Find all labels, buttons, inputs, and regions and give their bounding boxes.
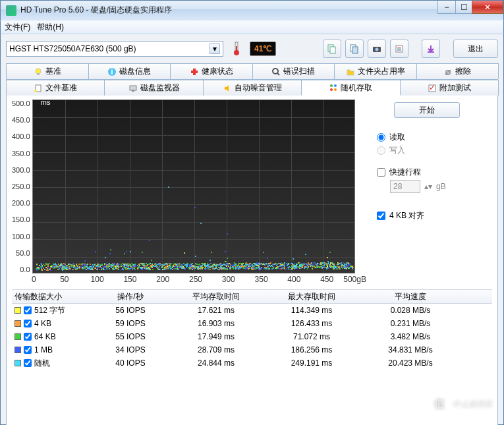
read-radio[interactable]: 读取 — [377, 132, 492, 143]
monitor-icon — [128, 84, 138, 93]
random-icon — [329, 83, 338, 92]
options-button[interactable] — [390, 40, 408, 58]
tabs-row-1: 基准i磁盘信息健康状态错误扫描文件夹占用率擦除 — [6, 63, 498, 80]
tab-health[interactable]: 健康状态 — [170, 63, 253, 79]
table-row: 随机40 IOPS24.844 ms249.191 ms20.423 MB/s — [12, 356, 492, 370]
drive-select[interactable]: HGST HTS725050A7E630 (500 gB) ▾ — [6, 41, 223, 57]
results-header: 传输数据大小操作/秒平均存取时间最大存取时间平均速度 — [12, 289, 492, 304]
svg-text:✓: ✓ — [429, 84, 435, 92]
align-check[interactable]: 4 KB 对齐 — [377, 210, 492, 221]
health-icon — [190, 67, 199, 76]
y-axis-unit: ms — [41, 98, 51, 106]
window-frame: HGST HTS725050A7E630 (500 gB) ▾ 41℃ 退出 基… — [0, 34, 504, 425]
svg-point-31 — [334, 88, 337, 91]
row-checkbox[interactable] — [24, 306, 32, 314]
svg-rect-26 — [130, 86, 136, 90]
svg-rect-6 — [352, 47, 358, 53]
svg-rect-19 — [191, 71, 198, 73]
screenshot-button[interactable] — [368, 40, 386, 58]
svg-point-28 — [330, 84, 333, 87]
filebench-icon — [34, 84, 43, 93]
temperature-value: 41℃ — [250, 42, 276, 56]
color-swatch — [14, 307, 21, 314]
svg-point-14 — [36, 69, 41, 74]
menubar: 文件(F) 帮助(H) — [0, 20, 504, 34]
extra-icon: ✓ — [428, 84, 437, 93]
search-icon — [271, 67, 281, 76]
menu-file[interactable]: 文件(F) — [5, 22, 30, 33]
info-icon: i — [107, 67, 117, 76]
svg-line-21 — [277, 73, 279, 75]
save-button[interactable] — [422, 40, 440, 58]
svg-rect-2 — [236, 46, 237, 53]
window-title: HD Tune Pro 5.60 - 硬盘/固态硬盘实用程序 — [20, 5, 172, 16]
color-swatch — [14, 360, 21, 366]
copy-screenshot-button[interactable] — [345, 40, 364, 58]
erase-icon — [443, 67, 453, 76]
row-checkbox[interactable] — [24, 359, 32, 367]
results-table: 传输数据大小操作/秒平均存取时间最大存取时间平均速度 512 字节56 IOPS… — [12, 289, 492, 370]
chevron-down-icon: ▾ — [210, 43, 220, 54]
write-radio[interactable]: 写入 — [377, 145, 492, 156]
drive-select-value: HGST HTS725050A7E630 (500 gB) — [9, 44, 136, 53]
row-checkbox[interactable] — [24, 320, 32, 327]
tab-filebench[interactable]: 文件基准 — [6, 80, 105, 96]
folder-icon — [346, 67, 355, 76]
start-button[interactable]: 开始 — [394, 102, 460, 118]
minimize-button[interactable]: − — [437, 1, 456, 14]
svg-rect-4 — [330, 47, 335, 53]
svg-point-8 — [376, 48, 379, 51]
table-row: 4 KB59 IOPS16.903 ms126.433 ms0.231 MB/s — [12, 317, 492, 330]
row-checkbox[interactable] — [24, 346, 32, 354]
svg-rect-27 — [132, 90, 134, 92]
menu-help[interactable]: 帮助(H) — [37, 22, 64, 33]
tab-info[interactable]: i磁盘信息 — [88, 63, 171, 79]
tabs-row-2: 文件基准磁盘监视器自动噪音管理随机存取✓附加测试 — [6, 80, 498, 96]
app-icon — [6, 5, 16, 16]
tab-folder[interactable]: 文件夹占用率 — [334, 63, 417, 79]
maximize-button[interactable]: ☐ — [455, 1, 472, 14]
svg-point-25 — [34, 90, 37, 92]
row-checkbox[interactable] — [24, 333, 32, 341]
chart-y-axis: ms 500.0450.0400.0350.0300.0250.0200.015… — [12, 99, 32, 273]
tab-monitor[interactable]: 磁盘监视器 — [104, 80, 203, 96]
side-panel: 开始 读取 写入 快捷行程 28 ▴▾ gB 4 KB 对齐 — [374, 99, 492, 284]
close-button[interactable]: ✕ — [472, 1, 503, 14]
table-row: 64 KB55 IOPS17.949 ms71.072 ms3.482 MB/s — [12, 330, 492, 343]
shortstroke-size: 28 ▴▾ gB — [377, 180, 492, 193]
sound-icon — [223, 84, 232, 93]
color-swatch — [14, 320, 21, 327]
svg-point-30 — [330, 88, 333, 91]
svg-point-29 — [334, 84, 337, 87]
table-row: 512 字节56 IOPS17.621 ms114.349 ms0.028 MB… — [12, 304, 492, 317]
svg-point-20 — [273, 69, 278, 74]
color-swatch — [14, 347, 21, 353]
tab-sound[interactable]: 自动噪音管理 — [203, 80, 302, 96]
tab-bulb[interactable]: 基准 — [6, 63, 89, 79]
chart-x-axis: 050100150200250300350400450500gB — [32, 273, 366, 284]
scatter-chart — [32, 99, 355, 273]
svg-text:i: i — [111, 67, 113, 76]
shortstroke-check[interactable]: 快捷行程 — [377, 167, 492, 178]
svg-rect-15 — [37, 73, 40, 75]
tab-search[interactable]: 错误扫描 — [252, 63, 335, 79]
bulb-icon — [34, 67, 43, 76]
toolbar: HGST HTS725050A7E630 (500 gB) ▾ 41℃ 退出 — [6, 40, 498, 58]
tab-extra[interactable]: ✓附加测试 — [400, 80, 499, 96]
tab-erase[interactable]: 擦除 — [416, 63, 499, 79]
tab-content: ms 500.0450.0400.0350.0300.0250.0200.015… — [6, 96, 498, 425]
tab-random[interactable]: 随机存取 — [301, 80, 400, 96]
titlebar: HD Tune Pro 5.60 - 硬盘/固态硬盘实用程序 − ☐ ✕ — [0, 0, 504, 20]
thermometer-icon — [227, 40, 246, 58]
color-swatch — [14, 333, 21, 340]
copy-info-button[interactable] — [323, 40, 341, 58]
table-row: 1 MB34 IOPS28.709 ms186.256 ms34.831 MB/… — [12, 343, 492, 356]
exit-button[interactable]: 退出 — [453, 40, 498, 58]
